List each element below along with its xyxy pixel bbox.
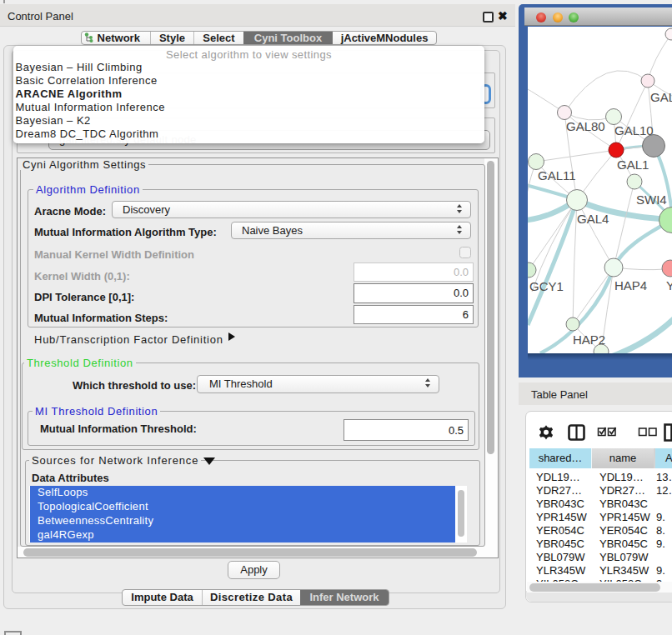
svg-text:Y: Y: [666, 278, 672, 292]
svg-text:GCY1: GCY1: [529, 279, 564, 293]
svg-text:GAL7: GAL7: [650, 90, 672, 104]
svg-text:SWI4: SWI4: [636, 192, 667, 207]
svg-text:GAL10: GAL10: [614, 123, 654, 138]
svg-text:GAL11: GAL11: [538, 168, 576, 182]
svg-text:GAL4: GAL4: [577, 212, 609, 226]
svg-text:GAL1: GAL1: [617, 158, 649, 172]
svg-text:HAP2: HAP2: [573, 332, 605, 347]
svg-text:GAL80: GAL80: [566, 119, 605, 133]
svg-text:HAP4: HAP4: [614, 278, 647, 292]
